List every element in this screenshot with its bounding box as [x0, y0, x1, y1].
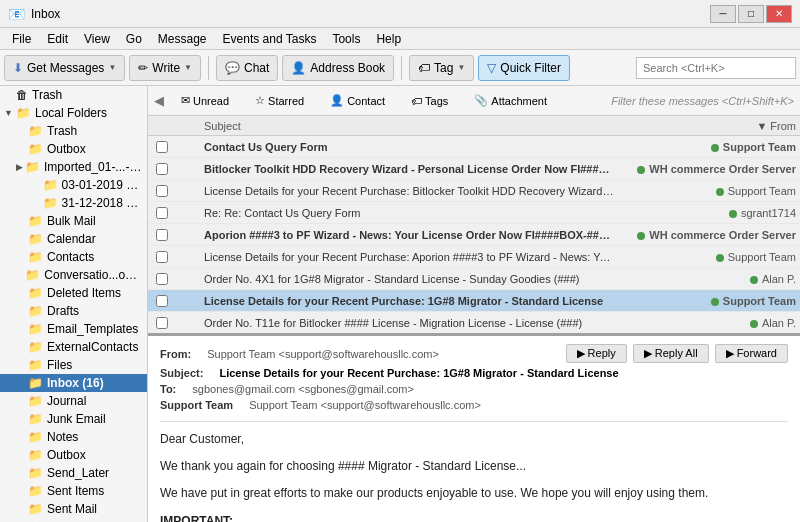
sidebar-item[interactable]: 📁Contacts [0, 248, 147, 266]
menu-file[interactable]: File [4, 30, 39, 48]
close-button[interactable]: ✕ [766, 5, 792, 23]
title-bar-text: Inbox [31, 7, 60, 21]
folder-icon: 📁 [43, 196, 58, 210]
sidebar-item-label: Sent Items [47, 484, 104, 498]
preview-subject: License Details for your Recent Purchase… [219, 367, 618, 379]
reply-button[interactable]: ▶ Reply [566, 344, 627, 363]
unread-icon: ✉ [181, 94, 190, 107]
address-book-button[interactable]: 👤 Address Book [282, 55, 394, 81]
sidebar-item[interactable]: ▶📁Imported_01-...-2019 09-57 [0, 158, 147, 176]
window-controls[interactable]: ─ □ ✕ [710, 5, 792, 23]
menu-go[interactable]: Go [118, 30, 150, 48]
sidebar-item[interactable]: 📁Outbox [0, 140, 147, 158]
email-checkbox[interactable] [152, 163, 172, 175]
sidebar-item[interactable]: 📁31-12-2018 01-04 [0, 194, 147, 212]
sidebar-item[interactable]: 📁Bulk Mail [0, 212, 147, 230]
sidebar-item-label: Junk Email [47, 412, 106, 426]
subject-col-header[interactable]: Subject [204, 120, 616, 132]
filter-tags-button[interactable]: 🏷 Tags [402, 92, 457, 110]
filter-contact-button[interactable]: 👤 Contact [321, 91, 394, 110]
folder-icon: 📁 [28, 340, 43, 354]
email-row[interactable]: Order No. 4X1 for 1G#8 Migrator - Standa… [148, 268, 800, 290]
to-label: To: [160, 383, 176, 395]
menu-tools[interactable]: Tools [324, 30, 368, 48]
sidebar-item[interactable]: 📁Deleted Items [0, 284, 147, 302]
minimize-button[interactable]: ─ [710, 5, 736, 23]
sidebar-item[interactable]: 📁Inbox (16) [0, 374, 147, 392]
sidebar-item[interactable]: 🗑Trash [0, 86, 147, 104]
email-row[interactable]: Contact Us Query FormSupport Team [148, 136, 800, 158]
email-row[interactable]: Re: Re: Contact Us Query Formsgrant1714 [148, 202, 800, 224]
email-row[interactable]: Bitlocker Toolkit HDD Recovery Wizard - … [148, 158, 800, 180]
email-area: ◀ ✉ Unread ☆ Starred 👤 Contact 🏷 Tags 📎 … [148, 86, 800, 522]
email-row[interactable]: License Details for your Recent Purchase… [148, 180, 800, 202]
sidebar-item-label: Sent Mail [47, 502, 97, 516]
email-checkbox[interactable] [152, 295, 172, 307]
sidebar-item-label: Send_Later [47, 466, 109, 480]
sidebar-item[interactable]: 📁Files [0, 356, 147, 374]
menu-message[interactable]: Message [150, 30, 215, 48]
email-subject: License Details for your Recent Purchase… [204, 251, 616, 263]
sidebar-item[interactable]: 📁Sent Mail [0, 500, 147, 518]
chat-button[interactable]: 💬 Chat [216, 55, 278, 81]
folder-icon: 📁 [16, 106, 31, 120]
folder-icon: 📁 [28, 466, 43, 480]
sidebar-item[interactable]: ▼📁Local Folders [0, 104, 147, 122]
sidebar-item-label: 31-12-2018 01-04 [62, 196, 143, 210]
sidebar-item[interactable]: 📁Junk Email [0, 410, 147, 428]
sidebar-item[interactable]: 📁Trash [0, 122, 147, 140]
quick-filter-button[interactable]: ▽ Quick Filter [478, 55, 570, 81]
email-checkbox[interactable] [152, 273, 172, 285]
online-status-dot [729, 210, 737, 218]
email-checkbox[interactable] [152, 229, 172, 241]
sidebar-item[interactable]: 📁Calendar [0, 230, 147, 248]
email-checkbox[interactable] [152, 141, 172, 153]
expand-icon: ▼ [4, 108, 14, 118]
menu-help[interactable]: Help [368, 30, 409, 48]
sidebar-item[interactable]: 📁Journal [0, 392, 147, 410]
email-checkbox[interactable] [152, 207, 172, 219]
sidebar-item[interactable]: 📁Outbox [0, 446, 147, 464]
sidebar-item-label: Email_Templates [47, 322, 138, 336]
get-messages-icon: ⬇ [13, 61, 23, 75]
back-arrow-icon[interactable]: ◀ [154, 93, 164, 108]
email-row[interactable]: License Details for your Recent Purchase… [148, 246, 800, 268]
preview-subject-row: Subject: License Details for your Recent… [160, 367, 788, 379]
sidebar-item[interactable]: 📁Notes [0, 428, 147, 446]
sidebar-item[interactable]: 📁Send_Later [0, 464, 147, 482]
email-row[interactable]: Aporion ####3 to PF Wizard - News: Your … [148, 224, 800, 246]
from-col-header[interactable]: ▼ From [616, 120, 796, 132]
sidebar-item[interactable]: 📁03-01-2019 04-48 [0, 176, 147, 194]
filter-starred-button[interactable]: ☆ Starred [246, 91, 313, 110]
email-checkbox[interactable] [152, 251, 172, 263]
sidebar-item[interactable]: 📁Email_Templates [0, 320, 147, 338]
email-checkbox[interactable] [152, 185, 172, 197]
sidebar-item[interactable]: 📁Sent Items [0, 482, 147, 500]
sidebar-item[interactable]: 📁Conversatio...on Settings [0, 266, 147, 284]
tag-button[interactable]: 🏷 Tag ▼ [409, 55, 474, 81]
email-subject: Aporion ####3 to PF Wizard - News: Your … [204, 229, 616, 241]
filter-unread-button[interactable]: ✉ Unread [172, 91, 238, 110]
email-checkbox[interactable] [152, 317, 172, 329]
menu-events-tasks[interactable]: Events and Tasks [215, 30, 325, 48]
email-row[interactable]: Order No. T11e for Bitlocker #### Licens… [148, 312, 800, 334]
cc-value: Support Team <support@softwarehousllc.co… [249, 399, 481, 411]
filter-attachment-button[interactable]: 📎 Attachment [465, 91, 556, 110]
menu-view[interactable]: View [76, 30, 118, 48]
sidebar-item[interactable]: 📁Tasks [0, 518, 147, 522]
folder-icon: 📁 [28, 412, 43, 426]
menu-edit[interactable]: Edit [39, 30, 76, 48]
forward-button[interactable]: ▶ Forward [715, 344, 788, 363]
sidebar-item[interactable]: 📁Drafts [0, 302, 147, 320]
get-messages-button[interactable]: ⬇ Get Messages ▼ [4, 55, 125, 81]
write-button[interactable]: ✏ Write ▼ [129, 55, 201, 81]
reply-all-button[interactable]: ▶ Reply All [633, 344, 709, 363]
email-row[interactable]: License Details for your Recent Purchase… [148, 290, 800, 312]
preview-pane: From: Support Team <support@softwarehous… [148, 336, 800, 522]
sidebar-item[interactable]: 📁ExternalContacts [0, 338, 147, 356]
folder-icon: 📁 [25, 160, 40, 174]
search-input[interactable] [636, 57, 796, 79]
preview-p2: We have put in great efforts to make our… [160, 484, 788, 503]
sidebar-item-label: Files [47, 358, 72, 372]
maximize-button[interactable]: □ [738, 5, 764, 23]
